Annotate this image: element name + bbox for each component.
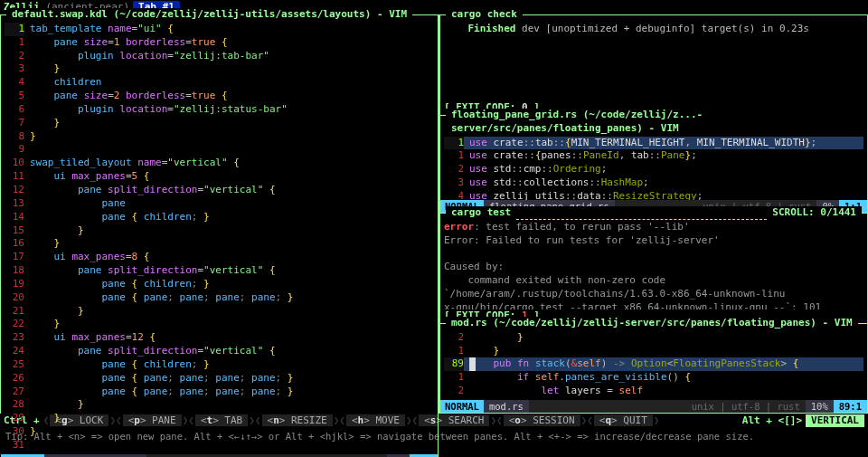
pane-mod-rs-editor[interactable]: mod.rs (~/code/zellij/zellij-server/src/… — [439, 323, 868, 414]
terminal-output: error: test failed, to rerun pass '--lib… — [440, 220, 867, 309]
terminal-output: Finished dev [unoptimized + debuginfo] t… — [440, 22, 867, 101]
scroll-indicator: SCROLL: 0/1441 — [772, 206, 856, 220]
pane-title: cargo check — [446, 8, 523, 22]
editor-body[interactable]: 2 }1 }89 pub fn stack(&self) -> Option<F… — [440, 330, 867, 400]
pane-left-editor[interactable]: default.swap.kdl (~/code/zellij/zellij-u… — [1, 14, 439, 457]
pane-floating-grid-editor[interactable]: floating_pane_grid.rs (~/code/zellij/z..… — [439, 115, 868, 213]
pane-title-row: cargo test SCROLL: 0/1441 — [446, 206, 862, 220]
editor-body[interactable]: 1use crate::tab::{MIN_TERMINAL_HEIGHT, M… — [440, 136, 867, 200]
pane-cargo-check[interactable]: cargo check Finished dev [unoptimized + … — [439, 14, 868, 115]
pane-cargo-test[interactable]: cargo test SCROLL: 0/1441 error: test fa… — [439, 213, 868, 323]
mode-quit[interactable]: <q> QUIT — [594, 414, 653, 426]
pane-title: floating_pane_grid.rs (~/code/zellij/z..… — [446, 109, 867, 136]
vim-status: NORMAL mod.rs unix | utf-8 | rust 10% 89… — [440, 400, 867, 413]
layout-key: Alt + <[]> — [742, 414, 802, 428]
pane-title: default.swap.kdl (~/code/zellij/zellij-u… — [6, 8, 412, 22]
mode-session[interactable]: <o> SESSION — [504, 414, 580, 426]
layout-chip[interactable]: VERTICAL — [806, 414, 864, 428]
pane-title: mod.rs (~/code/zellij/zellij-server/src/… — [446, 317, 858, 330]
editor-body[interactable]: 1tab_template name="ui" {1 pane size=1 b… — [1, 22, 438, 454]
